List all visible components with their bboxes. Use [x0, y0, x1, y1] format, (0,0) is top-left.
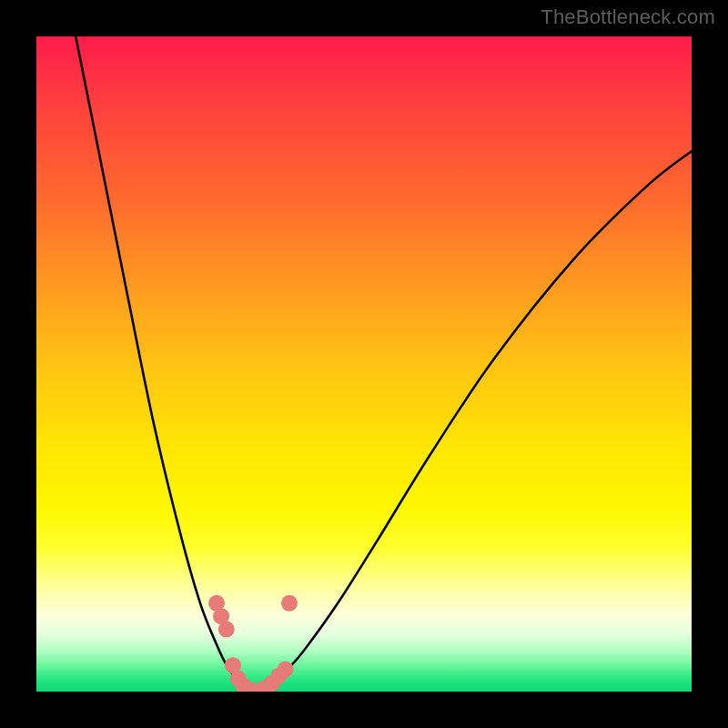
curve-layer — [76, 36, 692, 692]
marker-layer — [208, 595, 298, 692]
highlight-marker — [218, 622, 235, 638]
highlight-marker — [281, 595, 298, 612]
curve-left-curve — [76, 36, 256, 692]
chart-frame: TheBottleneck.com — [0, 0, 728, 728]
chart-svg — [36, 36, 692, 692]
plot-area — [36, 36, 692, 692]
highlight-marker — [278, 662, 294, 678]
curve-right-curve — [256, 151, 692, 692]
watermark-text: TheBottleneck.com — [541, 5, 715, 29]
